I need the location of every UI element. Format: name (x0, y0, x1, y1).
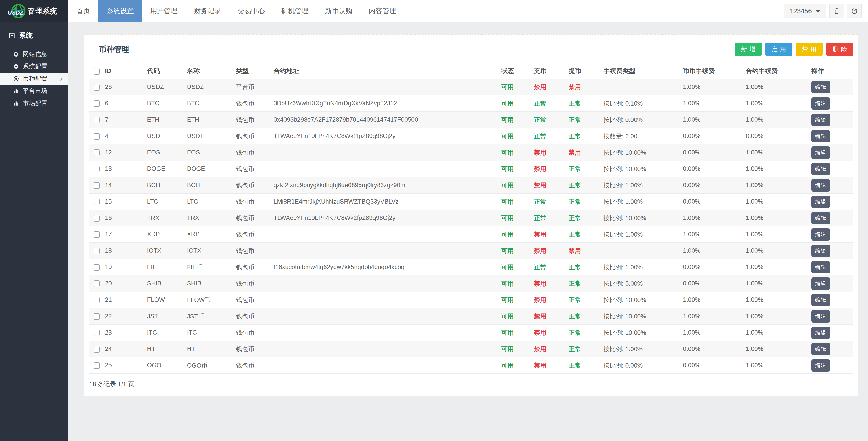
cell-contract-address: TLWAeeYFn19LPh4K7C8Wk2fpZ89q98Gj2y (269, 128, 497, 144)
status-badge: 禁用 (534, 182, 546, 189)
coin-table: ID代码名称类型合约地址状态充币提币手续费类型币币手续费合约手续费操作 26US… (89, 63, 854, 374)
edit-button[interactable]: 编辑 (811, 114, 830, 126)
cell-contract-fee: 1.00% (741, 259, 807, 275)
edit-button[interactable]: 编辑 (811, 343, 830, 355)
edit-button[interactable]: 编辑 (811, 245, 830, 257)
edit-button[interactable]: 编辑 (811, 277, 830, 290)
row-checkbox[interactable] (94, 149, 100, 156)
status-badge: 禁用 (534, 280, 546, 287)
edit-button[interactable]: 编辑 (811, 228, 830, 241)
cell-actions: 编辑 (807, 226, 853, 243)
user-dropdown[interactable]: 123456 (784, 4, 826, 19)
cell-fee-type (599, 79, 678, 95)
cell-id: 14 (100, 177, 143, 194)
nav-item-2[interactable]: 系统设置 (98, 0, 142, 22)
status-badge: 可用 (501, 362, 514, 369)
row-checkbox[interactable] (94, 313, 100, 320)
cell-actions: 编辑 (807, 308, 853, 325)
cell-status: 可用 (497, 259, 529, 275)
status-badge: 正常 (568, 215, 581, 222)
cell-fee-type: 按比例: 0.10% (599, 95, 678, 112)
cell-code: FIL (143, 259, 182, 275)
row-checkbox[interactable] (94, 182, 100, 189)
logout-button[interactable] (847, 4, 862, 19)
cell-contract-fee: 1.00% (741, 144, 807, 161)
cell-coin-fee: 1.00% (678, 79, 741, 95)
disable-button[interactable]: 禁用 (796, 43, 823, 56)
row-checkbox[interactable] (94, 362, 100, 369)
nav-item-7[interactable]: 新币认购 (317, 0, 361, 22)
edit-button[interactable]: 编辑 (811, 327, 830, 339)
cell-status: 可用 (497, 292, 529, 308)
edit-button[interactable]: 编辑 (811, 294, 830, 306)
row-checkbox[interactable] (94, 100, 100, 107)
cell-status: 可用 (497, 357, 529, 374)
cell-withdraw: 正常 (564, 194, 599, 210)
row-checkbox[interactable] (94, 297, 100, 303)
sidebar-item-3[interactable]: 币种配置› (0, 73, 68, 85)
edit-button[interactable]: 编辑 (811, 212, 830, 224)
edit-button[interactable]: 编辑 (811, 196, 830, 208)
cell-fee-type: 按比例: 10.00% (599, 292, 678, 308)
row-checkbox[interactable] (94, 117, 100, 123)
cell-actions: 编辑 (807, 292, 853, 308)
row-checkbox[interactable] (94, 248, 100, 254)
column-header-6: 状态 (497, 63, 529, 79)
nav-item-3[interactable]: 用户管理 (142, 0, 186, 22)
cell-coin-fee: 0.00% (678, 161, 741, 177)
sidebar-item-4[interactable]: 平台市场 (0, 85, 68, 97)
edit-button[interactable]: 编辑 (811, 179, 830, 192)
header-checkbox-cell (89, 63, 100, 79)
sidebar-item-2[interactable]: 系统配置 (0, 60, 68, 73)
cell-id: 21 (100, 292, 143, 308)
cell-id: 25 (100, 357, 143, 374)
cell-type: 钱包币 (231, 226, 269, 243)
row-checkbox[interactable] (94, 330, 100, 336)
row-checkbox[interactable] (94, 231, 100, 238)
cell-actions: 编辑 (807, 243, 853, 259)
status-badge: 可用 (501, 149, 514, 156)
nav-item-1[interactable]: 首页 (68, 0, 98, 22)
row-checkbox[interactable] (94, 215, 100, 222)
column-header-7: 充币 (529, 63, 564, 79)
cell-deposit: 禁用 (529, 308, 564, 325)
cell-actions: 编辑 (807, 210, 853, 226)
nav-item-6[interactable]: 矿机管理 (273, 0, 317, 22)
edit-button[interactable]: 编辑 (811, 359, 830, 372)
enable-button[interactable]: 启用 (765, 43, 793, 56)
cell-code: FLOW (143, 292, 182, 308)
edit-button[interactable]: 编辑 (811, 310, 830, 323)
add-button[interactable]: 新增 (735, 43, 762, 56)
edit-button[interactable]: 编辑 (811, 146, 830, 159)
cell-code: OGO (143, 357, 182, 374)
nav-item-5[interactable]: 交易中心 (229, 0, 273, 22)
edit-button[interactable]: 编辑 (811, 81, 830, 93)
delete-button[interactable]: 删除 (826, 43, 854, 56)
row-checkbox[interactable] (94, 199, 100, 205)
sidebar-section-system[interactable]: 系统 (0, 22, 68, 42)
row-checkbox[interactable] (94, 84, 100, 91)
edit-button[interactable]: 编辑 (811, 130, 830, 142)
sidebar-item-1[interactable]: 网站信息 (0, 48, 68, 60)
trash-button[interactable] (829, 4, 844, 19)
cell-type: 钱包币 (231, 210, 269, 226)
nav-item-8[interactable]: 内容管理 (361, 0, 404, 22)
cell-deposit: 禁用 (529, 341, 564, 357)
edit-button[interactable]: 编辑 (811, 97, 830, 110)
status-badge: 可用 (501, 198, 514, 205)
select-all-checkbox[interactable] (94, 68, 100, 75)
cell-fee-type: 按比例: 0.00% (599, 357, 678, 374)
sidebar-item-5[interactable]: 市场配置 (0, 97, 68, 109)
edit-button[interactable]: 编辑 (811, 163, 830, 175)
status-badge: 正常 (568, 329, 581, 336)
nav-item-4[interactable]: 财务记录 (186, 0, 229, 22)
edit-button[interactable]: 编辑 (811, 261, 830, 273)
cell-type: 钱包币 (231, 341, 269, 357)
row-checkbox[interactable] (94, 264, 100, 271)
cell-withdraw: 正常 (564, 308, 599, 325)
row-checkbox[interactable] (94, 166, 100, 172)
row-checkbox[interactable] (94, 133, 100, 140)
cell-contract-address (269, 161, 497, 177)
row-checkbox[interactable] (94, 346, 100, 352)
row-checkbox[interactable] (94, 280, 100, 287)
